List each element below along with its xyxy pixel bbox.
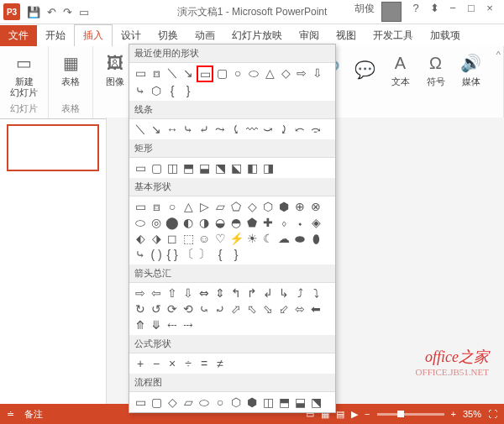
basic-13[interactable]: ⬭ [133,215,148,230]
arrow-1[interactable]: ⇨ [133,285,148,301]
fc-4[interactable]: ▱ [181,395,196,410]
rect-3[interactable]: ◫ [165,160,180,175]
basic-1[interactable]: ▭ [133,199,148,214]
qat-redo-icon[interactable]: ↷ [63,6,72,18]
shape-oval[interactable]: ○ [230,65,245,81]
basic-42[interactable]: { [213,247,228,262]
fc-6[interactable]: ○ [213,395,228,410]
line-8[interactable]: 〰 [244,122,260,137]
arrow-11[interactable]: ⤴ [292,285,307,301]
basic-15[interactable]: ⬤ [165,215,180,230]
tab-addins[interactable]: 加载项 [422,25,469,46]
eq-notequal[interactable]: ≠ [213,356,228,371]
close-icon[interactable]: × [482,2,497,22]
ribbon-collapse-icon[interactable]: ⬍ [427,2,442,22]
shape-hexagon[interactable]: ⬡ [149,83,164,98]
qat-preview-icon[interactable]: ▭ [79,6,89,18]
basic-11[interactable]: ⊕ [292,199,307,214]
arrow-6[interactable]: ⇕ [213,285,228,301]
qat-undo-icon[interactable]: ↶ [47,6,56,18]
basic-24[interactable]: ◈ [308,215,323,230]
basic-37[interactable]: ⤷ [133,247,148,262]
shape-line[interactable]: ＼ [165,65,180,81]
rect-4[interactable]: ⬒ [181,160,196,175]
shape-connector[interactable]: ⤷ [133,83,148,98]
basic-31[interactable]: ⚡ [228,231,244,246]
arrow-9[interactable]: ↲ [260,285,276,301]
basic-20[interactable]: ⬟ [244,215,260,230]
basic-23[interactable]: ⬩ [292,215,307,230]
basic-6[interactable]: ▱ [213,199,228,214]
maximize-icon[interactable]: □ [464,2,479,22]
ribbon-collapse-caret-icon[interactable]: ^ [496,50,501,60]
fc-1[interactable]: ▭ [133,395,148,410]
comment-button[interactable]: 💬 [350,56,381,83]
shape-brace-r[interactable]: } [181,83,196,98]
view-reading-icon[interactable]: ▤ [336,409,344,420]
line-2[interactable]: ↘ [149,122,164,137]
rect-7[interactable]: ⬕ [228,160,244,175]
fc-11[interactable]: ⬓ [292,395,307,410]
line-12[interactable]: ⤼ [308,122,323,137]
tab-developer[interactable]: 开发工具 [365,25,422,46]
rect-2[interactable]: ▢ [149,160,164,175]
fc-9[interactable]: ◫ [260,395,276,410]
rect-8[interactable]: ◧ [244,160,260,175]
arrow-24[interactable]: ⬅ [308,301,323,317]
basic-18[interactable]: ◒ [213,215,228,230]
zoom-slider[interactable] [377,413,444,416]
slide-thumbnail-1[interactable] [7,124,99,171]
status-notes-icon[interactable]: ≐ [7,409,14,420]
user-name[interactable]: 胡俊 [354,2,375,22]
basic-43[interactable]: } [228,247,244,262]
arrow-23[interactable]: ⬄ [292,301,307,317]
arrow-13[interactable]: ↻ [133,301,148,317]
basic-4[interactable]: △ [181,199,196,214]
help-icon[interactable]: ? [408,2,423,22]
fc-3[interactable]: ◇ [165,395,180,410]
line-3[interactable]: ↔ [165,122,180,137]
shape-rectangle-highlighted[interactable]: ▭ [197,65,213,82]
arrow-7[interactable]: ↰ [228,285,244,301]
line-7[interactable]: ⤹ [228,122,244,137]
shape-arrow-down[interactable]: ⇩ [310,65,325,81]
basic-22[interactable]: ⬨ [276,215,291,230]
arrow-20[interactable]: ⬁ [244,301,260,317]
arrow-17[interactable]: ⤿ [197,301,212,317]
arrow-3[interactable]: ⇧ [165,285,180,301]
arrow-8[interactable]: ↱ [244,285,260,301]
basic-9[interactable]: ⬡ [260,199,276,214]
basic-17[interactable]: ◑ [197,215,212,230]
tab-insert[interactable]: 插入 [74,24,113,46]
arrow-18[interactable]: ⤾ [213,301,228,317]
basic-7[interactable]: ⬠ [228,199,244,214]
user-avatar[interactable] [381,2,402,22]
basic-8[interactable]: ◇ [244,199,260,214]
shape-arrow-line[interactable]: ↘ [181,65,196,81]
line-10[interactable]: ⤸ [276,122,291,137]
shape-arrow-right[interactable]: ⇨ [294,65,309,81]
shape-textbox2[interactable]: ⧈ [149,65,164,81]
line-11[interactable]: ⤺ [292,122,307,137]
basic-3[interactable]: ○ [165,199,180,214]
fit-window-icon[interactable]: ⛶ [488,409,497,419]
arrow-10[interactable]: ↳ [276,285,291,301]
arrow-26[interactable]: ⤋ [149,317,164,332]
eq-equals[interactable]: = [197,356,212,371]
fc-8[interactable]: ⬢ [244,395,260,410]
media-button[interactable]: 🔊媒体 [456,50,486,89]
arrow-22[interactable]: ⬃ [276,301,291,317]
basic-35[interactable]: ⬬ [292,231,307,246]
text-button[interactable]: A文本 [386,50,416,89]
status-notes[interactable]: 备注 [24,408,43,421]
arrow-16[interactable]: ⟲ [181,301,196,317]
basic-16[interactable]: ◐ [181,215,196,230]
rect-6[interactable]: ⬔ [213,160,228,175]
zoom-in-button[interactable]: + [451,409,456,419]
basic-25[interactable]: ⬖ [133,231,148,246]
tab-home[interactable]: 开始 [37,25,74,46]
arrow-2[interactable]: ⇦ [149,285,164,301]
arrow-12[interactable]: ⤵ [308,285,323,301]
basic-2[interactable]: ⧈ [149,199,164,214]
line-9[interactable]: ⤻ [260,122,276,137]
